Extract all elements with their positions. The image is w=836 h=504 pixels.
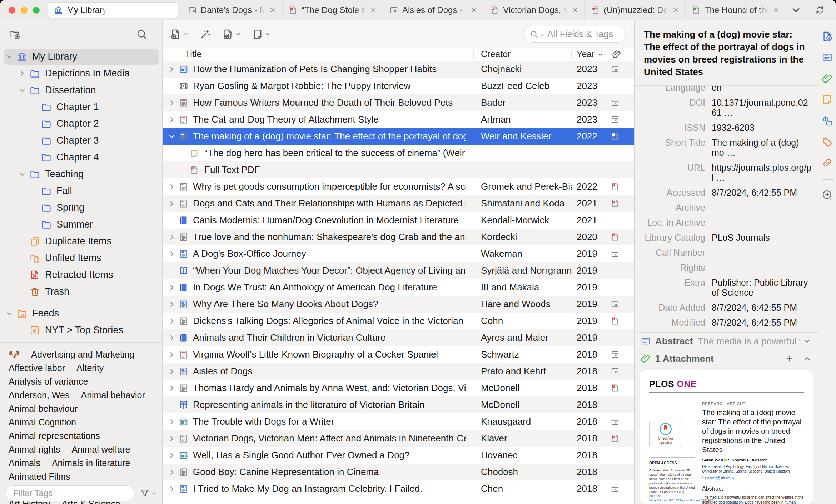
field-row-issn[interactable]: ISSN1932-6203 [635,120,818,135]
tab-un-muzzled-dogs-i[interactable]: (Un)muzzled: Dogs i [585,0,686,20]
field-row-call-number[interactable]: Call Number [635,245,818,260]
table-row[interactable]: Well, Has a Single Good Author Ever Owne… [163,447,634,464]
close-icon[interactable] [470,6,478,14]
tag-item[interactable]: Animals in literature [52,457,130,469]
table-row[interactable]: The making of a (dog) movie star: The ef… [163,128,634,145]
chevron-right-icon[interactable] [168,384,176,392]
attachment-preview-card[interactable]: PLOS ONE Check for updates OPEN ACCESS C… [640,370,813,504]
sidebar-item-summer[interactable]: Summer [0,216,162,233]
tag-filter-funnel-icon[interactable] [139,488,150,499]
table-row[interactable]: In Dogs We Trust: An Anthology of Americ… [163,279,634,296]
tab-aisles-of-dogs-pra[interactable]: Aisles of Dogs - Pra [383,0,484,20]
tag-item[interactable]: Animal behaviour [9,403,78,415]
chevron-down-icon[interactable] [6,309,16,318]
pane-tab-abstract-icon[interactable] [821,51,833,63]
chevron-right-icon[interactable] [168,317,176,325]
tab-the-dog-stole-the-p[interactable]: “The Dog Stole the P [283,0,383,20]
field-value[interactable]: https://journals.plos.org/pl … [712,163,812,183]
sidebar-item-chapter-2[interactable]: Chapter 2 [0,115,162,132]
table-row[interactable]: Dickens's Talking Dogs: Allegories of An… [163,313,634,329]
chevron-right-icon[interactable] [168,468,176,476]
sidebar-item-duplicate-items[interactable]: Duplicate Items [0,233,162,250]
tag-item[interactable]: Animal representations [9,430,100,442]
abstract-section[interactable]: Abstract The media is a powerful forc… [635,333,818,350]
field-row-rights[interactable]: Rights [635,260,818,275]
column-separator[interactable] [607,50,607,59]
table-row[interactable]: Thomas Hardy and Animals by Anna West, a… [163,380,634,396]
sidebar-item-nyt-top-stories[interactable]: NYT > Top Stories [0,322,162,339]
sidebar-item-depictions-in-media[interactable]: Depictions In Media [0,65,162,82]
attachments-section[interactable]: 1 Attachment [635,350,818,367]
chevron-right-icon[interactable] [168,368,176,375]
field-row-extra[interactable]: ExtraPublisher: Public Library of Scienc… [635,275,818,300]
close-icon[interactable] [571,6,579,14]
sidebar-item-feeds[interactable]: Feeds [0,305,162,322]
tag-item[interactable]: Animal rights [9,443,60,455]
close-icon[interactable] [672,6,680,14]
close-icon[interactable] [269,6,277,14]
chevron-down-icon[interactable] [168,133,176,140]
tag-item[interactable]: Affective labor [9,362,65,374]
sidebar-item-my-library[interactable]: My Library [0,48,162,65]
tab-the-hound-of-the-ba[interactable]: The Hound of the Ba [686,0,786,20]
table-row[interactable]: I Tried to Make My Dog an Instagram Cele… [163,480,634,497]
table-row[interactable]: Aisles of DogsPrato and Kehrt2018 [163,363,634,380]
chevron-right-icon[interactable] [168,300,176,308]
chevron-right-icon[interactable] [168,451,176,459]
child-row[interactable]: Full Text PDF [163,161,634,178]
tag-filter-chevron-icon[interactable] [151,490,157,496]
tag-item[interactable]: Analysis of variance [9,375,88,388]
pane-tab-related-icon[interactable] [821,157,833,169]
tag-item[interactable]: Advertising and Marketing [31,348,134,360]
table-row[interactable]: How Famous Writers Mourned the Death of … [163,94,634,111]
field-row-modified[interactable]: Modified8/7/2024, 6:42:55 PM [635,315,818,330]
field-value[interactable]: en [712,86,812,93]
column-header-title[interactable]: Title [185,49,201,59]
field-value[interactable]: Publisher: Public Library of Science [712,278,812,298]
tab-dante-s-dogs-man[interactable]: Dante's Dogs - Man [182,0,283,20]
tag-item[interactable]: Animals [9,457,40,469]
field-value[interactable]: 1932-6203 [712,123,812,133]
column-header-year[interactable]: Year [577,49,603,59]
new-item-button[interactable] [169,28,188,40]
field-row-library-catalog[interactable]: Library CatalogPLoS Journals [635,230,818,245]
search-scope-chevron-icon[interactable] [539,33,544,38]
chevron-right-icon[interactable] [168,435,176,443]
chevron-right-icon[interactable] [168,250,176,258]
field-value[interactable] [712,218,812,228]
table-row[interactable]: Animals and Their Children in Victorian … [163,329,634,346]
field-row-url[interactable]: URLhttps://journals.plos.org/pl … [635,160,818,185]
table-row[interactable]: The Cat-and-Dog Theory of Attachment Sty… [163,111,634,128]
field-value[interactable] [712,263,812,273]
field-value[interactable]: 8/7/2024, 6:42:55 PM [712,318,812,328]
field-value[interactable]: 8/7/2024, 6:42:55 PM [712,303,812,313]
pane-tab-locate-icon[interactable] [821,189,833,201]
field-value[interactable] [712,203,812,213]
table-row[interactable]: Why Are There So Many Books About Dogs?H… [163,296,634,313]
tag-item[interactable]: Animal behavior [81,389,145,401]
field-row-archive[interactable]: Archive [635,200,818,215]
pane-tab-info-icon[interactable] [821,30,833,42]
minimize-window-button[interactable] [21,7,28,14]
filter-tags-input[interactable] [6,485,134,501]
chevron-down-icon[interactable] [6,53,16,61]
collection-search-icon[interactable] [136,28,148,40]
add-by-identifier-button[interactable] [199,28,211,40]
tag-item[interactable]: Alterity [76,362,104,374]
table-row[interactable]: Canis Modernis: Human/Dog Coevolution in… [163,212,634,229]
column-separator[interactable] [571,50,572,59]
sidebar-item-dissertation[interactable]: Dissertation [0,82,162,99]
close-window-button[interactable] [9,7,15,14]
chevron-right-icon[interactable] [168,200,176,208]
chevron-right-icon[interactable] [168,233,176,241]
table-row[interactable]: The Trouble with Dogs for a WriterKnausg… [163,413,634,430]
sidebar-item-spring[interactable]: Spring [0,199,162,216]
field-row-loc-in-archive[interactable]: Loc. in Archive [635,215,818,230]
pane-tab-paperclip-icon[interactable] [821,73,833,84]
field-value[interactable]: PLoS Journals [712,233,812,243]
chevron-down-icon[interactable] [19,86,29,95]
new-attachment-button[interactable] [222,28,241,40]
chevron-right-icon[interactable] [168,485,176,493]
tab-my-library[interactable]: My Library [48,2,178,18]
field-row-accessed[interactable]: Accessed8/7/2024, 6:42:55 PM [635,185,818,200]
